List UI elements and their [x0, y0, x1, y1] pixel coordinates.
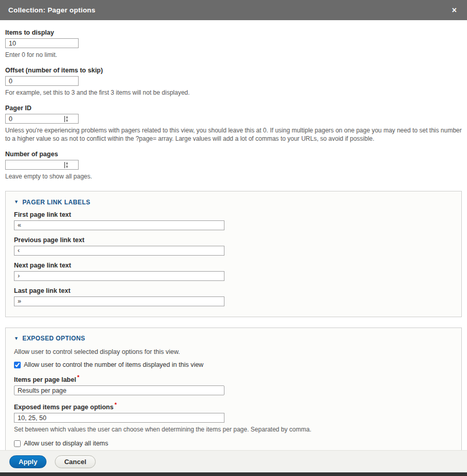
offset-field: Offset (number of items to skip) For exa… — [5, 67, 462, 97]
required-asterisk: * — [77, 374, 79, 380]
pager-link-labels-fieldset: ▼ PAGER LINK LABELS First page link text… — [5, 191, 462, 317]
number-of-pages-description: Leave empty to show all pages. — [5, 172, 462, 181]
display-all-checkbox[interactable] — [14, 440, 21, 447]
required-asterisk: * — [114, 401, 116, 408]
number-of-pages-label: Number of pages — [5, 151, 462, 158]
previous-page-link-text-input[interactable] — [14, 246, 224, 256]
first-page-link-text-field: First page link text — [14, 211, 453, 230]
offset-label: Offset (number of items to skip) — [5, 67, 462, 74]
pager-id-field: Pager ID Unless you're experiencing prob… — [5, 105, 462, 143]
items-per-page-label-field: Items per page label* — [14, 374, 453, 395]
pager-id-description: Unless you're experiencing problems with… — [5, 126, 462, 143]
display-all-checkbox-row: Allow user to display all items — [14, 440, 453, 447]
dialog-body: Items to display Enter 0 for no limit. O… — [0, 20, 467, 476]
items-per-page-label-text: Items per page label — [14, 376, 76, 383]
pager-id-input[interactable] — [5, 114, 79, 124]
exposed-items-options-input[interactable] — [14, 413, 224, 423]
offset-description: For example, set this to 3 and the first… — [5, 88, 462, 97]
next-page-link-text-label: Next page link text — [14, 262, 453, 269]
control-items-checkbox[interactable] — [14, 362, 21, 368]
last-page-link-text-field: Last page link text — [14, 287, 453, 306]
pager-options-dialog: Collection: Pager options × Items to dis… — [0, 0, 467, 476]
items-per-page-label-input[interactable] — [14, 385, 224, 395]
pager-id-label: Pager ID — [5, 105, 462, 112]
exposed-items-options-description: Set between which values the user can ch… — [14, 425, 453, 434]
chevron-down-icon: ▼ — [14, 336, 19, 341]
dialog-titlebar: Collection: Pager options × — [0, 0, 467, 20]
pager-link-labels-summary-label: PAGER LINK LABELS — [22, 199, 90, 206]
number-of-pages-field: Number of pages Leave empty to show all … — [5, 151, 462, 181]
previous-page-link-text-label: Previous page link text — [14, 236, 453, 244]
items-to-display-label: Items to display — [5, 29, 462, 36]
close-icon[interactable]: × — [450, 5, 459, 16]
last-page-link-text-input[interactable] — [14, 296, 224, 306]
apply-button[interactable]: Apply — [9, 455, 47, 468]
next-page-link-text-input[interactable] — [14, 271, 224, 281]
items-to-display-field: Items to display Enter 0 for no limit. — [5, 29, 462, 59]
cancel-button[interactable]: Cancel — [55, 455, 96, 468]
exposed-options-summary[interactable]: ▼ EXPOSED OPTIONS — [14, 335, 85, 342]
control-items-checkbox-row: Allow user to control the number of item… — [14, 361, 453, 368]
exposed-options-summary-label: EXPOSED OPTIONS — [22, 335, 85, 342]
chevron-down-icon: ▼ — [14, 200, 19, 204]
previous-page-link-text-field: Previous page link text — [14, 236, 453, 256]
exposed-items-options-label-text: Exposed items per page options — [14, 404, 113, 411]
offset-input[interactable] — [5, 76, 79, 86]
display-all-checkbox-label: Allow user to display all items — [24, 440, 108, 447]
items-to-display-input[interactable] — [5, 38, 79, 48]
items-per-page-label-label: Items per page label* — [14, 374, 453, 383]
first-page-link-text-label: First page link text — [14, 211, 453, 218]
exposed-items-options-field: Exposed items per page options* Set betw… — [14, 401, 453, 434]
exposed-options-description: Allow user to control selected display o… — [14, 348, 453, 355]
dialog-footer: Apply Cancel — [0, 450, 467, 472]
page-background-strip — [0, 472, 467, 476]
first-page-link-text-input[interactable] — [14, 220, 224, 230]
number-of-pages-input[interactable] — [5, 160, 79, 170]
pager-link-labels-summary[interactable]: ▼ PAGER LINK LABELS — [14, 199, 91, 206]
items-to-display-description: Enter 0 for no limit. — [5, 51, 462, 59]
control-items-checkbox-label: Allow user to control the number of item… — [24, 361, 203, 368]
next-page-link-text-field: Next page link text — [14, 262, 453, 281]
exposed-items-options-label: Exposed items per page options* — [14, 401, 453, 411]
last-page-link-text-label: Last page link text — [14, 287, 453, 294]
dialog-title: Collection: Pager options — [8, 6, 450, 14]
